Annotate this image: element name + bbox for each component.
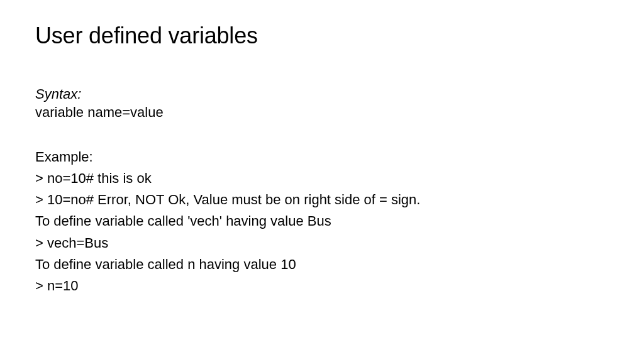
syntax-definition: variable name=value: [35, 104, 609, 122]
page-title: User defined variables: [35, 23, 609, 49]
syntax-label: Syntax:: [35, 85, 609, 104]
example-label: Example:: [35, 146, 609, 168]
example-line: > vech=Bus: [35, 233, 609, 254]
example-line: > n=10: [35, 275, 609, 297]
example-line: > 10=no# Error, NOT Ok, Value must be on…: [35, 189, 609, 211]
example-line: > no=10# this is ok: [35, 168, 609, 189]
example-line: To define variable called 'vech' having …: [35, 211, 609, 232]
example-line: To define variable called n having value…: [35, 254, 609, 275]
